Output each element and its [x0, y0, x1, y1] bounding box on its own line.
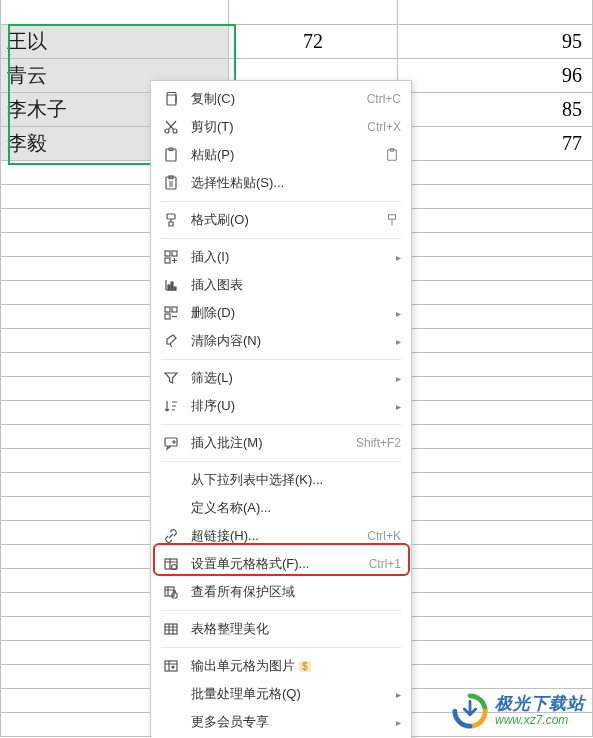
menu-label: 复制(C) — [191, 90, 359, 108]
menu-separator — [161, 238, 401, 239]
menu-label: 格式刷(O) — [191, 211, 383, 229]
svg-rect-19 — [165, 314, 170, 319]
cut-icon — [161, 117, 181, 137]
menu-shortcut: Ctrl+X — [367, 120, 401, 134]
watermark-logo-icon — [451, 692, 489, 730]
menu-format-painter[interactable]: 格式刷(O) — [151, 206, 411, 234]
menu-label: 表格整理美化 — [191, 620, 401, 638]
menu-export-img[interactable]: 输出单元格为图片$ — [151, 652, 411, 680]
svg-rect-17 — [165, 307, 170, 312]
svg-rect-26 — [165, 661, 177, 671]
submenu-arrow-icon: ▸ — [396, 689, 401, 700]
beautify-icon — [161, 619, 181, 639]
menu-delete[interactable]: 删除(D) ▸ — [151, 299, 411, 327]
menu-clear[interactable]: 清除内容(N) ▸ — [151, 327, 411, 355]
export-img-icon — [161, 656, 181, 676]
svg-rect-16 — [174, 287, 176, 290]
svg-point-2 — [173, 129, 177, 133]
format-painter-icon — [161, 210, 181, 230]
menu-define-name[interactable]: 定义名称(A)... — [151, 494, 411, 522]
svg-rect-12 — [172, 251, 177, 256]
svg-rect-18 — [172, 307, 177, 312]
svg-rect-15 — [171, 282, 173, 290]
watermark: 极光下载站 www.xz7.com — [451, 692, 585, 730]
table-row: 王以 72 95 — [1, 24, 593, 58]
menu-label: 插入批注(M) — [191, 434, 348, 452]
paste-special-icon — [161, 173, 181, 193]
filter-icon — [161, 368, 181, 388]
menu-more-vip[interactable]: 更多会员专享 ▸ — [151, 708, 411, 736]
cell[interactable]: 72 — [228, 24, 398, 58]
menu-label: 插入图表 — [191, 276, 401, 294]
menu-label: 粘贴(P) — [191, 146, 383, 164]
chart-icon — [161, 275, 181, 295]
submenu-arrow-icon: ▸ — [396, 373, 401, 384]
menu-label: 清除内容(N) — [191, 332, 390, 350]
vip-badge: $ — [299, 661, 311, 672]
submenu-arrow-icon: ▸ — [396, 401, 401, 412]
menu-label: 插入(I) — [191, 248, 390, 266]
submenu-arrow-icon: ▸ — [396, 336, 401, 347]
format-cells-icon — [161, 554, 181, 574]
clipboard-aux-icon — [383, 146, 401, 164]
copy-icon — [161, 89, 181, 109]
menu-insert[interactable]: 插入(I) ▸ — [151, 243, 411, 271]
cell[interactable]: 王以 — [1, 24, 229, 58]
menu-beautify[interactable]: 表格整理美化 — [151, 615, 411, 643]
delete-icon — [161, 303, 181, 323]
protected-icon — [161, 582, 181, 602]
submenu-arrow-icon: ▸ — [396, 308, 401, 319]
menu-label: 删除(D) — [191, 304, 390, 322]
menu-cut[interactable]: 剪切(T) Ctrl+X — [151, 113, 411, 141]
menu-copy[interactable]: 复制(C) Ctrl+C — [151, 85, 411, 113]
cell[interactable]: 77 — [398, 126, 593, 160]
menu-shortcut: Ctrl+1 — [369, 557, 401, 571]
menu-sort[interactable]: 排序(U) ▸ — [151, 392, 411, 420]
menu-separator — [161, 647, 401, 648]
menu-insert-comment[interactable]: 插入批注(M) Shift+F2 — [151, 429, 411, 457]
cell[interactable]: 95 — [398, 24, 593, 58]
cell[interactable]: 85 — [398, 92, 593, 126]
sort-icon — [161, 396, 181, 416]
hyperlink-icon — [161, 526, 181, 546]
menu-paste[interactable]: 粘贴(P) — [151, 141, 411, 169]
menu-label: 筛选(L) — [191, 369, 390, 387]
menu-separator — [161, 201, 401, 202]
menu-separator — [161, 359, 401, 360]
cell[interactable]: 96 — [398, 58, 593, 92]
menu-hyperlink[interactable]: 超链接(H)... Ctrl+K — [151, 522, 411, 550]
menu-label: 更多会员专享 — [191, 713, 390, 731]
svg-rect-25 — [165, 624, 177, 634]
menu-label: 排序(U) — [191, 397, 390, 415]
menu-label: 剪切(T) — [191, 118, 359, 136]
menu-shortcut: Ctrl+C — [367, 92, 401, 106]
svg-rect-13 — [165, 258, 170, 263]
brush-aux-icon — [383, 211, 401, 229]
menu-label: 查看所有保护区域 — [191, 583, 401, 601]
svg-rect-9 — [167, 214, 175, 219]
comment-icon — [161, 433, 181, 453]
menu-format-cells[interactable]: 设置单元格格式(F)... Ctrl+1 — [151, 550, 411, 578]
menu-separator — [161, 610, 401, 611]
submenu-arrow-icon: ▸ — [396, 252, 401, 263]
menu-insert-chart[interactable]: 插入图表 — [151, 271, 411, 299]
svg-point-1 — [165, 129, 169, 133]
menu-shortcut: Ctrl+K — [367, 529, 401, 543]
svg-rect-11 — [165, 251, 170, 256]
menu-label: 超链接(H)... — [191, 527, 359, 545]
menu-paste-special[interactable]: 选择性粘贴(S)... — [151, 169, 411, 197]
svg-rect-14 — [168, 285, 170, 290]
svg-rect-10 — [389, 215, 396, 219]
menu-dropdown-list[interactable]: 从下拉列表中选择(K)... — [151, 466, 411, 494]
svg-rect-0 — [167, 95, 176, 105]
menu-label: 设置单元格格式(F)... — [191, 555, 361, 573]
menu-label: 输出单元格为图片$ — [191, 657, 401, 675]
menu-separator — [161, 424, 401, 425]
menu-batch[interactable]: 批量处理单元格(Q) ▸ — [151, 680, 411, 708]
submenu-arrow-icon: ▸ — [396, 717, 401, 728]
menu-filter[interactable]: 筛选(L) ▸ — [151, 364, 411, 392]
menu-separator — [161, 461, 401, 462]
svg-rect-23 — [165, 587, 174, 596]
insert-icon — [161, 247, 181, 267]
menu-protected[interactable]: 查看所有保护区域 — [151, 578, 411, 606]
